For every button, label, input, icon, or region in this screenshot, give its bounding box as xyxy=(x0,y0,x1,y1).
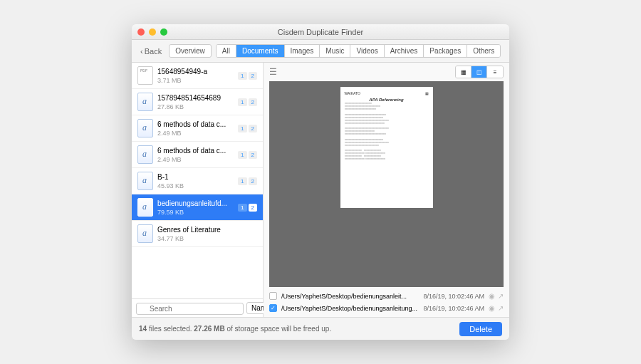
file-path: /Users/YaphetS/Desktop/bedienungsanleitu… xyxy=(281,305,419,312)
reveal-icon[interactable]: ↗ xyxy=(498,292,504,300)
column-view-button[interactable]: ◫ xyxy=(471,66,487,78)
list-item[interactable]: 15648954949-a3.71 MB12 xyxy=(132,63,263,89)
list-item[interactable]: 6 methods of data c...2.49 MB12 xyxy=(132,142,263,168)
file-list-sidebar: 15648954949-a3.71 MB1215789485146546­892… xyxy=(132,63,264,317)
file-name: B-1 xyxy=(157,173,234,181)
search-input[interactable] xyxy=(136,303,244,315)
tab-music[interactable]: Music xyxy=(320,45,350,57)
file-icon xyxy=(137,93,153,111)
file-icon xyxy=(137,119,153,137)
file-list: 15648954949-a3.71 MB1215789485146546­892… xyxy=(132,63,263,298)
preview-page: WAIKATO▦ APA Referencing ━━━━━━━━━━━━━━━… xyxy=(340,87,433,208)
tab-packages[interactable]: Packages xyxy=(424,45,467,57)
overview-button[interactable]: Overview xyxy=(169,44,212,58)
count-badge: 1 xyxy=(238,72,246,80)
tab-videos[interactable]: Videos xyxy=(350,45,384,57)
category-tabs: AllDocumentsImagesMusicVideosArchivesPac… xyxy=(216,44,501,58)
file-date: 8/16/19, 10:02:46 AM xyxy=(423,305,484,312)
reveal-icon[interactable]: ↗ xyxy=(498,304,504,312)
file-path: /Users/YaphetS/Desktop/bedienungsanleit.… xyxy=(281,293,419,300)
document-preview: WAIKATO▦ APA Referencing ━━━━━━━━━━━━━━━… xyxy=(269,81,504,287)
file-name: 6 methods of data c... xyxy=(157,147,234,155)
file-name: bedienungsanleitufd... xyxy=(157,199,234,207)
delete-button[interactable]: Delete xyxy=(459,322,502,336)
list-item[interactable]: 6 methods of data c...2.49 MB12 xyxy=(132,115,263,142)
count-badge: 1 xyxy=(238,98,246,106)
file-size: 45.93 KB xyxy=(157,182,234,189)
count-badge: 2 xyxy=(249,151,257,159)
tab-archives[interactable]: Archives xyxy=(385,45,424,57)
count-badge: 2 xyxy=(249,177,257,185)
app-window: Cisdem Duplicate Finder ‹ Back Overview … xyxy=(132,24,509,340)
count-badge: 2 xyxy=(249,125,257,132)
list-view-button[interactable]: ≡ xyxy=(487,66,503,78)
duplicate-rows: /Users/YaphetS/Desktop/bedienungsanleit.… xyxy=(264,287,509,317)
list-item[interactable]: B-145.93 KB12 xyxy=(132,168,263,194)
file-icon xyxy=(137,66,153,85)
chevron-left-icon: ‹ xyxy=(140,47,143,56)
file-icon xyxy=(137,145,153,164)
tab-all[interactable]: All xyxy=(217,45,236,57)
file-name: 6 methods of data c... xyxy=(157,120,234,128)
back-button[interactable]: ‹ Back xyxy=(137,47,165,56)
tab-documents[interactable]: Documents xyxy=(236,45,285,57)
list-item[interactable]: bedienungsanleitufd...79.59 KB12 xyxy=(132,194,263,221)
titlebar: Cisdem Duplicate Finder xyxy=(132,24,509,40)
footer: 14 files selected. 27.26 MB of storage s… xyxy=(132,317,509,340)
count-badge: 2 xyxy=(249,72,257,80)
file-size: 3.71 MB xyxy=(157,77,234,84)
file-size: 79.59 KB xyxy=(157,209,234,216)
file-size: 27.86 KB xyxy=(157,103,234,110)
table-row: /Users/YaphetS/Desktop/bedienungsanleit.… xyxy=(269,290,504,302)
file-icon xyxy=(137,172,153,190)
checkbox[interactable] xyxy=(269,292,277,300)
count-badge: 1 xyxy=(238,204,246,212)
file-size: 2.49 MB xyxy=(157,130,234,137)
table-row: ✓/Users/YaphetS/Desktop/bedienungsanleit… xyxy=(269,302,504,314)
file-name: 15648954949-a xyxy=(157,68,234,76)
count-badge: 2 xyxy=(249,98,257,106)
count-badge: 1 xyxy=(238,125,246,132)
count-badge: 1 xyxy=(238,151,246,159)
tab-others[interactable]: Others xyxy=(467,45,500,57)
list-item[interactable]: 15789485146546­8927.86 KB12 xyxy=(132,89,263,115)
file-name: 15789485146546­89 xyxy=(157,94,234,102)
count-badge: 1 xyxy=(238,177,246,185)
tab-images[interactable]: Images xyxy=(285,45,320,57)
file-size: 34.77 KB xyxy=(157,235,257,242)
search-bar: ⌕ Name ▾ xyxy=(132,298,263,317)
view-toggle: ▦ ◫ ≡ xyxy=(455,66,504,78)
preview-pane: ☰ ▦ ◫ ≡ WAIKATO▦ APA Referencing ━━━━━━━… xyxy=(264,63,509,317)
file-icon xyxy=(137,198,153,217)
file-icon xyxy=(137,224,153,243)
eye-icon[interactable]: ◉ xyxy=(489,292,495,300)
status-text: 14 files selected. 27.26 MB of storage s… xyxy=(139,325,331,333)
toolbar: ‹ Back Overview AllDocumentsImagesMusicV… xyxy=(132,40,509,63)
file-size: 2.49 MB xyxy=(157,156,234,163)
grid-view-button[interactable]: ▦ xyxy=(456,66,471,78)
count-badge: 2 xyxy=(249,204,257,212)
eye-icon[interactable]: ◉ xyxy=(489,304,495,312)
list-icon[interactable]: ☰ xyxy=(269,67,277,77)
window-title: Cisdem Duplicate Finder xyxy=(132,28,509,36)
file-name: Genres of Literature xyxy=(157,226,257,234)
checkbox[interactable]: ✓ xyxy=(269,304,277,312)
list-item[interactable]: Genres of Literature34.77 KB xyxy=(132,221,263,247)
file-date: 8/16/19, 10:02:46 AM xyxy=(423,293,484,300)
